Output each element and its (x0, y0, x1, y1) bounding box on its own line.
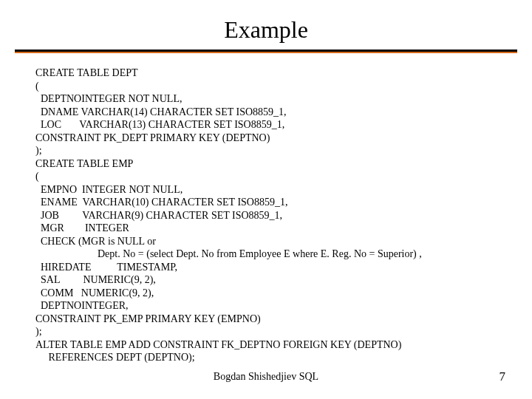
sql-code-block: CREATE TABLE DEPT ( DEPTNOINTEGER NOT NU… (0, 53, 532, 364)
page-number: 7 (499, 369, 506, 384)
footer-author: Bogdan Shishedjiev SQL (0, 371, 532, 383)
slide: Example CREATE TABLE DEPT ( DEPTNOINTEGE… (0, 0, 532, 399)
slide-title: Example (0, 0, 532, 50)
